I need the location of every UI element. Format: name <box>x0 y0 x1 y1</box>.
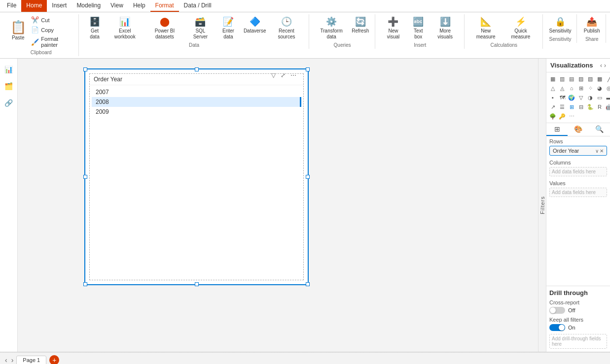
quick-measure-button[interactable]: ⚡ Quick measure <box>503 15 538 41</box>
new-visual-button[interactable]: ➕ New visual <box>380 15 407 41</box>
table-row[interactable]: 2007 <box>92 87 301 97</box>
viz-key-influencers[interactable]: 🔑 <box>558 112 567 121</box>
add-page-button[interactable]: + <box>49 355 59 364</box>
panel-collapse-button[interactable]: ‹ › <box>600 62 606 69</box>
refresh-button[interactable]: 🔄 Refresh <box>350 15 371 35</box>
values-section: Values Add data fields here <box>549 180 607 197</box>
copy-button[interactable]: 📄 Copy <box>29 25 74 34</box>
rows-field-box[interactable]: Order Year ∨ ✕ <box>549 146 607 156</box>
viz-ai-visual[interactable]: 🤖 <box>605 102 610 111</box>
resize-handle-tr[interactable] <box>306 67 310 71</box>
share-group: 📤 Publish Share <box>578 14 606 43</box>
prev-page-button[interactable]: ‹ <box>4 355 8 364</box>
excel-button[interactable]: 📊 Excel workbook <box>107 15 143 41</box>
viz-matrix[interactable]: ⊟ <box>576 102 585 111</box>
keep-filters-state: On <box>568 325 575 331</box>
filters-panel[interactable]: Filters <box>538 59 546 352</box>
paste-button[interactable]: 📋 Paste <box>8 15 28 45</box>
values-drop-zone[interactable]: Add data fields here <box>549 188 607 197</box>
viz-ribbon-chart[interactable]: ⌂ <box>567 84 576 93</box>
cross-report-toggle[interactable] <box>549 307 565 314</box>
keep-filters-toggle-knob <box>559 325 565 331</box>
viz-waterfall[interactable]: ⊞ <box>576 84 585 93</box>
tab-datadrill[interactable]: Data / Drill <box>179 0 216 12</box>
keep-filters-toggle[interactable] <box>549 324 565 331</box>
visual-title: Order Year <box>90 74 303 85</box>
rows-field-expand-icon[interactable]: ∨ <box>595 148 599 154</box>
viz-bar-chart[interactable]: ▦ <box>548 74 557 83</box>
tab-insert[interactable]: Insert <box>47 0 72 12</box>
viz-choropleth[interactable]: 🌍 <box>567 93 576 102</box>
sensitivity-button[interactable]: 🔒 Sensitivity <box>547 15 574 35</box>
format-tab[interactable]: 🎨 <box>568 123 589 136</box>
viz-map[interactable]: 🗺 <box>558 93 567 102</box>
viz-donut-chart[interactable]: ◎ <box>605 84 610 93</box>
viz-more[interactable]: ⋯ <box>567 112 576 121</box>
sql-server-button[interactable]: 🗃️ SQL Server <box>186 15 215 41</box>
enter-data-button[interactable]: 📝 Enter data <box>215 15 241 41</box>
viz-treemap[interactable]: ▪ <box>548 93 557 102</box>
viz-gauge[interactable]: ◑ <box>586 93 595 102</box>
viz-funnel[interactable]: ▽ <box>576 93 585 102</box>
model-view-icon[interactable]: 🔗 <box>2 96 16 110</box>
recent-sources-button[interactable]: 🕒 Recent sources <box>268 15 304 41</box>
resize-handle-mr[interactable] <box>306 175 310 179</box>
viz-multi-row-card[interactable]: ▬ <box>605 93 610 102</box>
viz-stacked-column[interactable]: ▧ <box>586 74 595 83</box>
table-row[interactable]: 2008 <box>92 97 301 107</box>
viz-kpi[interactable]: ↗ <box>548 102 557 111</box>
more-visuals-button[interactable]: ⬇️ More visuals <box>430 15 460 41</box>
filters-label: Filters <box>538 194 547 216</box>
publish-icon: 📤 <box>586 17 597 28</box>
viz-100-stacked-bar[interactable]: ▤ <box>567 74 576 83</box>
viz-slicer[interactable]: ☰ <box>558 102 567 111</box>
analytics-tab[interactable]: 🔍 <box>589 123 610 136</box>
drill-through-drop-zone[interactable]: Add drill-through fields here <box>549 334 607 349</box>
viz-pie-chart[interactable]: ◕ <box>595 84 604 93</box>
resize-handle-br[interactable] <box>306 282 310 286</box>
resize-handle-ml[interactable] <box>83 175 87 179</box>
tab-view[interactable]: View <box>106 0 128 12</box>
resize-handle-tl[interactable] <box>83 67 87 71</box>
format-painter-button[interactable]: 🖌️ Format painter <box>29 35 74 49</box>
viz-python[interactable]: 🐍 <box>586 102 595 111</box>
get-data-button[interactable]: 🗄️ Get data <box>84 15 106 41</box>
dataverse-button[interactable]: 🔷 Dataverse <box>242 15 267 35</box>
viz-clustered-column[interactable]: ▨ <box>576 74 585 83</box>
transform-button[interactable]: ⚙️ Transform data <box>314 15 349 41</box>
visual-frame[interactable]: ▽ ⤢ ⋯ Order Year 2007 2008 2009 <box>84 68 309 285</box>
resize-handle-bl[interactable] <box>83 282 87 286</box>
viz-decomp-tree[interactable]: 🌳 <box>548 112 557 121</box>
new-measure-button[interactable]: 📐 New measure <box>469 15 502 41</box>
viz-scatter[interactable]: ⁘ <box>586 84 595 93</box>
viz-line-area[interactable]: ◬ <box>558 84 567 93</box>
tab-file[interactable]: File <box>2 0 21 12</box>
tab-home[interactable]: Home <box>21 0 47 12</box>
tab-format[interactable]: Format <box>150 0 179 12</box>
tab-help[interactable]: Help <box>128 0 150 12</box>
resize-handle-tm[interactable] <box>195 67 199 71</box>
viz-line-chart[interactable]: ╱ <box>605 74 610 83</box>
page-tab-1[interactable]: Page 1 <box>16 356 46 364</box>
publish-button[interactable]: 📤 Publish <box>581 15 603 35</box>
viz-card[interactable]: ▭ <box>595 93 604 102</box>
text-box-button[interactable]: 🔤 Text box <box>407 15 429 41</box>
data-view-icon[interactable]: 🗂️ <box>2 79 16 93</box>
columns-drop-zone[interactable]: Add data fields here <box>549 167 607 176</box>
next-page-button[interactable]: › <box>10 355 15 364</box>
table-row[interactable]: 2009 <box>92 107 301 117</box>
viz-100-stacked-column[interactable]: ▩ <box>595 74 604 83</box>
resize-handle-bm[interactable] <box>195 282 199 286</box>
rows-field-remove-icon[interactable]: ✕ <box>600 148 604 154</box>
viz-stacked-bar[interactable]: ▥ <box>558 74 567 83</box>
viz-area-chart[interactable]: △ <box>548 84 557 93</box>
viz-r-script[interactable]: R <box>595 102 604 111</box>
rows-section: Rows Order Year ∨ ✕ <box>549 138 607 156</box>
powerbi-datasets-button[interactable]: ⬤ Power BI datasets <box>144 15 185 41</box>
fields-tab[interactable]: ⊞ <box>546 123 568 136</box>
tab-modeling[interactable]: Modeling <box>72 0 106 12</box>
cut-button[interactable]: ✂️ Cut <box>29 15 74 25</box>
rows-label: Rows <box>549 138 607 144</box>
report-view-icon[interactable]: 📊 <box>2 63 16 76</box>
viz-table[interactable]: ⊞ <box>567 102 576 111</box>
